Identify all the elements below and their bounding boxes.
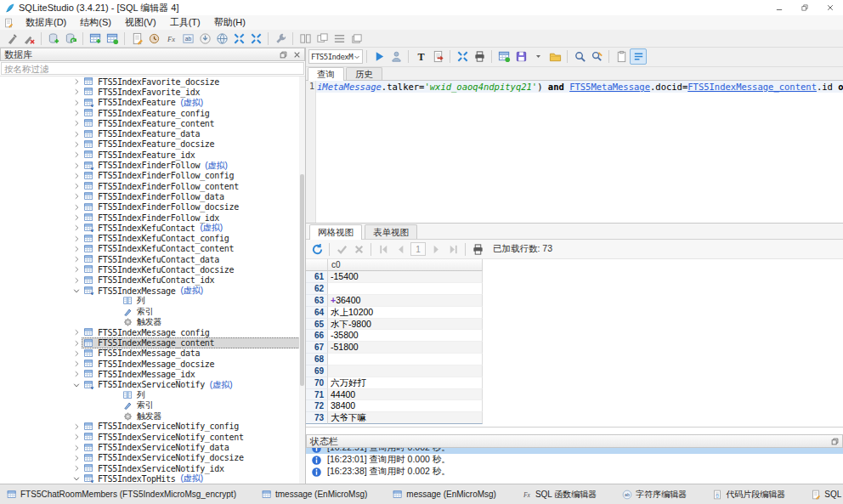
chevron-right-icon[interactable] <box>71 118 82 128</box>
tree-item-FTS5IndexFinderFollow_config[interactable]: FTS5IndexFinderFollow_config <box>0 171 305 181</box>
cell-value[interactable]: 六万好打 <box>328 377 483 389</box>
chevron-right-icon[interactable] <box>71 212 82 223</box>
status-undock-icon[interactable] <box>829 436 840 446</box>
tree-item-FTS5IndexServiceNotify_idx[interactable]: FTS5IndexServiceNotify_idx <box>0 463 305 473</box>
chevron-right-icon[interactable] <box>71 254 82 264</box>
close-icon[interactable] <box>818 0 843 15</box>
disconnect-database-icon[interactable] <box>20 31 37 47</box>
cell-value[interactable] <box>328 283 483 295</box>
configuration-icon[interactable] <box>272 31 289 47</box>
menu-item-2[interactable]: 视图(V) <box>118 15 163 30</box>
mdi-tabbed-view-icon[interactable] <box>331 31 348 47</box>
tree-item-FTS5IndexFavorite_docsize[interactable]: FTS5IndexFavorite_docsize <box>0 76 305 87</box>
table-row[interactable]: 64水上10200 <box>306 307 843 319</box>
tree-item-FTS5IndexServiceNotify_config[interactable]: FTS5IndexServiceNotify_config <box>0 422 305 432</box>
tree-item-FTS5IndexKefuContact_config[interactable]: FTS5IndexKefuContact_config <box>0 233 305 243</box>
taskbar-window-1[interactable]: tmessage (EnMicroMsg) <box>262 490 367 500</box>
ddl-history-icon[interactable] <box>145 31 162 47</box>
chevron-right-icon[interactable] <box>71 453 82 463</box>
chevron-right-icon[interactable] <box>71 98 82 108</box>
table-row[interactable]: 62 <box>306 283 843 295</box>
chevron-right-icon[interactable] <box>71 275 82 286</box>
new-table-icon[interactable] <box>87 31 104 47</box>
panel-undock-icon[interactable] <box>277 49 289 59</box>
chevron-right-icon[interactable] <box>71 264 82 275</box>
expand-windows-icon[interactable] <box>247 31 264 47</box>
tab-history[interactable]: 历史 <box>346 67 382 80</box>
tree-scrollbar[interactable] <box>299 76 305 484</box>
tree-item-FTS5IndexFeature_docsize[interactable]: FTS5IndexFeature_docsize <box>0 139 305 150</box>
tab-query[interactable]: 查询 <box>308 67 344 81</box>
cell-value[interactable]: 44400 <box>328 389 483 401</box>
chevron-right-icon[interactable] <box>71 234 82 244</box>
refresh-results-icon[interactable] <box>308 241 325 258</box>
tree-item-FTS5IndexMessage_content[interactable]: FTS5IndexMessage_content <box>0 337 305 348</box>
last-page-icon[interactable] <box>444 241 461 258</box>
tree-item-FTS5IndexFinderFollow_docsize[interactable]: FTS5IndexFinderFollow_docsize <box>0 202 305 212</box>
commit-icon[interactable] <box>333 241 350 258</box>
print-results-icon[interactable] <box>469 241 486 258</box>
collapse-windows-icon[interactable] <box>230 31 247 47</box>
prev-page-icon[interactable] <box>392 241 409 258</box>
table-row[interactable]: 7144400 <box>306 389 843 401</box>
minimize-icon[interactable] <box>767 0 792 15</box>
next-page-icon[interactable] <box>427 241 444 258</box>
taskbar-window-5[interactable]: {}代码片段编辑器 <box>712 489 785 501</box>
table-row[interactable]: 67-51800 <box>306 342 843 354</box>
chevron-right-icon[interactable] <box>71 327 82 337</box>
taskbar-window-3[interactable]: FxSQL 函数编辑器 <box>522 489 597 501</box>
find-replace-icon[interactable] <box>588 48 605 65</box>
tree-item-FTS5IndexFeature_idx[interactable]: FTS5IndexFeature_idx <box>0 150 305 160</box>
taskbar-window-0[interactable]: FTS5ChatRoomMembers (FTS5IndexMicroMsg_e… <box>7 490 236 500</box>
import-icon[interactable] <box>196 31 213 47</box>
chevron-right-icon[interactable] <box>71 191 82 201</box>
tree-item-触发器[interactable]: 触发器 <box>0 317 305 327</box>
filter-by-name-input[interactable] <box>1 62 304 75</box>
table-row[interactable]: 70六万好打 <box>306 377 843 389</box>
table-row[interactable]: 69 <box>306 365 843 377</box>
sql-code-editor[interactable]: 1 iMetaMessage.talker='wxid_oaoq4ndpityq… <box>306 81 843 224</box>
tree-item-索引[interactable]: 索引 <box>0 307 305 317</box>
tree-item-FTS5IndexServiceNotify[interactable]: vFTS5IndexServiceNotify(虚拟) <box>0 380 305 390</box>
chevron-right-icon[interactable] <box>71 181 82 191</box>
menu-item-4[interactable]: 帮助(H) <box>207 15 252 30</box>
chevron-right-icon[interactable] <box>71 223 82 233</box>
menu-item-1[interactable]: 结构(S) <box>73 15 118 30</box>
restore-icon[interactable] <box>792 0 818 15</box>
clear-editor-icon[interactable] <box>454 48 471 65</box>
word-wrap-icon[interactable] <box>630 48 647 65</box>
chevron-right-icon[interactable] <box>71 202 82 212</box>
results-grid[interactable]: c0 61-154006263+3640064水上1020065水下-98006… <box>306 259 843 427</box>
open-sql-editor-icon[interactable] <box>128 31 145 47</box>
format-sql-icon[interactable]: T <box>412 48 429 65</box>
mdi-stack-windows-icon[interactable] <box>348 31 365 47</box>
tree-item-列[interactable]: 列 <box>0 296 305 306</box>
chevron-right-icon[interactable] <box>71 171 82 181</box>
tree-item-FTS5IndexKefuContact[interactable]: vFTS5IndexKefuContact(虚拟) <box>0 223 305 233</box>
table-row[interactable]: 73大爷下嘛 <box>306 412 843 424</box>
taskbar-window-2[interactable]: message (EnMicroMsg) <box>393 490 496 500</box>
tree-item-FTS5IndexFinderFollow_content[interactable]: FTS5IndexFinderFollow_content <box>0 181 305 191</box>
menu-item-3[interactable]: 工具(T) <box>163 15 207 30</box>
tree-item-FTS5IndexKefuContact_idx[interactable]: FTS5IndexKefuContact_idx <box>0 275 305 286</box>
taskbar-window-4[interactable]: ab字符序编辑器 <box>622 489 687 501</box>
new-view-icon[interactable] <box>104 31 121 47</box>
rollback-icon[interactable] <box>350 241 367 258</box>
table-row[interactable]: 61-15400 <box>306 271 843 283</box>
tree-scrollbar-thumb[interactable] <box>300 174 304 386</box>
tree-item-FTS5IndexMessage[interactable]: vFTS5IndexMessage(虚拟) <box>0 286 305 296</box>
export-query-icon[interactable] <box>429 48 446 65</box>
tab-grid-view[interactable]: 网格视图 <box>309 224 362 240</box>
cell-value[interactable] <box>328 354 483 365</box>
chevron-right-icon[interactable] <box>71 432 82 442</box>
cell-value[interactable]: 水下-9800 <box>328 319 483 331</box>
tree-item-FTS5IndexKefuContact_content[interactable]: FTS5IndexKefuContact_content <box>0 244 305 254</box>
save-sql-icon[interactable] <box>512 48 529 65</box>
tree-item-FTS5IndexServiceNotify_content[interactable]: FTS5IndexServiceNotify_content <box>0 432 305 442</box>
cell-value[interactable]: 大爷下嘛 <box>328 412 483 424</box>
mdi-cascade-windows-icon[interactable] <box>314 31 331 47</box>
menu-item-0[interactable]: 数据库(D) <box>19 15 73 30</box>
chevron-right-icon[interactable] <box>71 108 82 118</box>
chevron-right-icon[interactable] <box>71 87 82 97</box>
chevron-right-icon[interactable] <box>71 76 82 87</box>
